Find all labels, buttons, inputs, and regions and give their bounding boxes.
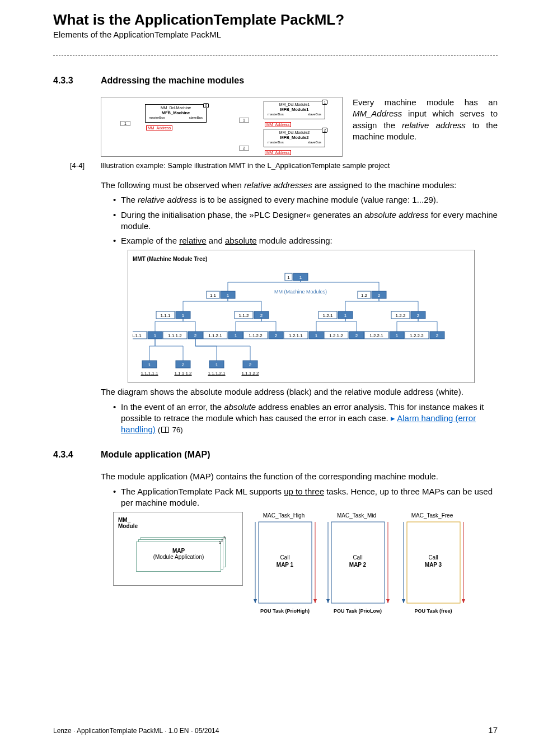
svg-text:1.1.1.1.1: 1.1.1.1.1 bbox=[140, 371, 158, 376]
svg-text:1.1.1.1: 1.1.1.1 bbox=[133, 333, 142, 338]
fb-label: MM_Dcl.Module2 bbox=[266, 130, 322, 135]
fb-pin: 0 bbox=[203, 103, 209, 108]
body-text: The following must be observed when rela… bbox=[101, 180, 498, 191]
svg-text:MAP 3: MAP 3 bbox=[425, 562, 442, 568]
page-reference: ( 76) bbox=[158, 426, 183, 434]
svg-text:1.2: 1.2 bbox=[361, 293, 368, 298]
svg-text:2: 2 bbox=[378, 293, 381, 298]
figure-tree: MMT (Machine Module Tree) MM (Machine Mo… bbox=[128, 250, 475, 383]
fb-highlight: MM_Address bbox=[146, 125, 172, 130]
fb-index: 1 bbox=[120, 121, 130, 126]
section-title: Module application (MAP) bbox=[101, 450, 210, 460]
body-text: The diagram shows the absolute module ad… bbox=[101, 386, 498, 398]
fb-highlight: MM_Address bbox=[265, 122, 291, 127]
fb-label: MFB_Module1 bbox=[266, 107, 322, 112]
svg-text:MAC_Task_High: MAC_Task_High bbox=[263, 512, 305, 519]
fb-pin: 1 bbox=[322, 100, 327, 105]
section-title: Addressing the machine modules bbox=[101, 76, 244, 86]
list-item: In the event of an error, the absolute a… bbox=[113, 402, 498, 436]
svg-text:MAC_Task_Free: MAC_Task_Free bbox=[411, 512, 453, 519]
svg-text:1: 1 bbox=[396, 333, 399, 338]
svg-marker-96 bbox=[462, 599, 465, 603]
svg-text:1.1.1: 1.1.1 bbox=[161, 313, 171, 318]
fb-io: slaveBus bbox=[308, 141, 321, 144]
svg-text:1.1.2: 1.1.2 bbox=[239, 313, 249, 318]
svg-text:1.2.2.2: 1.2.2.2 bbox=[410, 333, 424, 338]
chapter-subtitle: Elements of the ApplicationTemplate Pack… bbox=[53, 30, 498, 39]
fb-highlight: MM_Address bbox=[265, 150, 291, 155]
svg-text:1.1.2.1: 1.1.2.1 bbox=[208, 333, 222, 338]
fb-io: masterBus bbox=[268, 141, 284, 144]
svg-marker-94 bbox=[402, 599, 405, 603]
svg-text:2: 2 bbox=[194, 333, 197, 338]
footer-text: Lenze · ApplicationTemplate PackML · 1.0… bbox=[53, 727, 219, 735]
svg-text:1: 1 bbox=[182, 313, 185, 318]
fb-io: masterBus bbox=[268, 113, 284, 116]
svg-text:MAC_Task_Mid: MAC_Task_Mid bbox=[337, 512, 376, 519]
svg-text:2: 2 bbox=[417, 313, 420, 318]
svg-text:1: 1 bbox=[154, 333, 157, 338]
svg-text:2: 2 bbox=[275, 333, 278, 338]
body-text: The module application (MAP) contains th… bbox=[101, 471, 498, 482]
map-sublabel: (Module Application) bbox=[137, 554, 221, 560]
svg-marker-88 bbox=[386, 599, 390, 603]
link-arrow-icon: ▸ bbox=[391, 413, 397, 423]
svg-text:2: 2 bbox=[355, 333, 358, 338]
svg-text:1: 1 bbox=[227, 293, 229, 298]
svg-text:1: 1 bbox=[216, 362, 218, 367]
svg-marker-78 bbox=[254, 599, 257, 603]
svg-text:1.1.1.2.1: 1.1.1.2.1 bbox=[208, 371, 226, 376]
svg-text:Call: Call bbox=[428, 554, 438, 561]
svg-text:2: 2 bbox=[249, 362, 252, 367]
figure-caption: [4-4] Illustration example: Sample illus… bbox=[53, 161, 498, 170]
fb-label: MM_Dcl.Module1 bbox=[266, 102, 322, 107]
fb-index: 2 bbox=[239, 146, 249, 151]
svg-text:POU Task (PrioHigh): POU Task (PrioHigh) bbox=[260, 608, 310, 614]
svg-text:2: 2 bbox=[182, 362, 185, 367]
svg-text:Call: Call bbox=[280, 554, 289, 561]
list-item: Example of the relative and absolute mod… bbox=[113, 235, 498, 246]
svg-text:2: 2 bbox=[260, 313, 263, 318]
svg-text:POU Task (PrioLow): POU Task (PrioLow) bbox=[334, 608, 382, 614]
fb-io: slaveBus bbox=[308, 113, 321, 116]
svg-text:1.2.1.2: 1.2.1.2 bbox=[329, 333, 343, 338]
figure-map-left: MM_ Module MAP (Module Application) 3 2 … bbox=[113, 512, 243, 586]
list-item: The relative address is to be assigned t… bbox=[113, 194, 498, 206]
fb-index: 1 bbox=[239, 118, 249, 123]
separator-rule bbox=[53, 55, 498, 55]
fb-io: slaveBus bbox=[189, 116, 203, 120]
svg-text:1: 1 bbox=[344, 313, 347, 318]
svg-text:1.2.2: 1.2.2 bbox=[396, 313, 406, 318]
fb-io: masterBus bbox=[149, 116, 165, 120]
svg-text:2: 2 bbox=[436, 333, 439, 338]
svg-text:1: 1 bbox=[315, 333, 318, 338]
book-icon bbox=[161, 427, 169, 433]
page-number: 17 bbox=[488, 725, 498, 735]
svg-text:1: 1 bbox=[299, 275, 302, 280]
list-item: During the initialisation phase, the »PL… bbox=[113, 209, 498, 232]
fb-label: MM_Dcl.Machine bbox=[148, 106, 204, 110]
figure-aside: Every machine module has an MM_Address i… bbox=[353, 97, 498, 142]
section-number: 4.3.4 bbox=[53, 450, 101, 460]
svg-text:1.2.1: 1.2.1 bbox=[323, 313, 333, 318]
svg-text:1.1: 1.1 bbox=[210, 293, 217, 298]
fb-label: MFB_Module2 bbox=[266, 135, 322, 140]
tree-title: MMT (Machine Module Tree) bbox=[133, 256, 470, 262]
svg-text:1.2.2.1: 1.2.2.1 bbox=[369, 333, 383, 338]
list-item: The ApplicationTemplate Pack ML supports… bbox=[113, 486, 498, 509]
figure-map-right: MAC_Task_High MAC_Task_Mid MAC_Task_Free… bbox=[253, 512, 477, 620]
svg-text:1.2.1.1: 1.2.1.1 bbox=[289, 333, 303, 338]
fb-pin: 2 bbox=[322, 128, 327, 133]
svg-text:MAP 2: MAP 2 bbox=[349, 562, 367, 568]
mm-label: MM_ Module bbox=[118, 517, 138, 529]
svg-text:1.1.2.2: 1.1.2.2 bbox=[249, 333, 263, 338]
svg-text:1.1.1.2.2: 1.1.1.2.2 bbox=[241, 371, 259, 376]
svg-text:1.1.1.2: 1.1.1.2 bbox=[168, 333, 182, 338]
svg-text:1: 1 bbox=[235, 333, 237, 338]
svg-text:POU Task (free): POU Task (free) bbox=[415, 608, 452, 614]
svg-text:1: 1 bbox=[148, 362, 151, 367]
figure-addressing: MM_Dcl.Machine MFB_Machine masterBus sla… bbox=[101, 97, 343, 157]
svg-marker-80 bbox=[313, 599, 317, 603]
section-number: 4.3.3 bbox=[53, 76, 101, 86]
chapter-title: What is the ApplicationTemplate PackML? bbox=[53, 11, 498, 29]
